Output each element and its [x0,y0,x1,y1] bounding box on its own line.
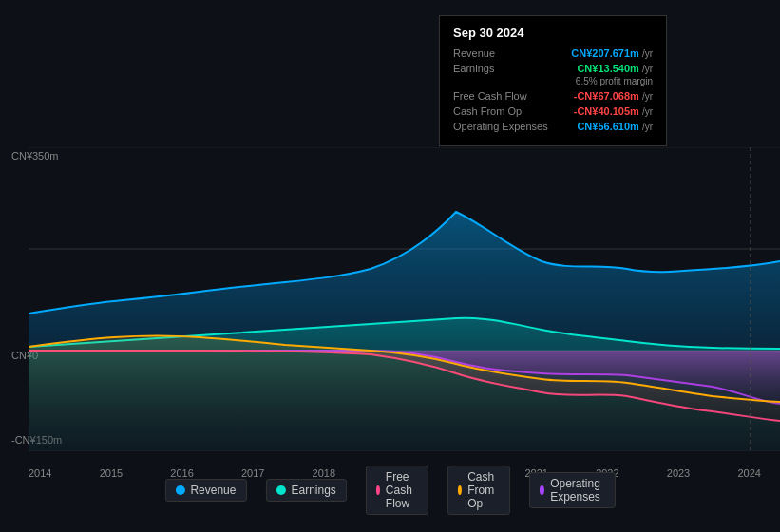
legend-dot [458,485,462,495]
legend-item[interactable]: Earnings [265,479,346,502]
tooltip-row: Operating ExpensesCN¥56.610m /yr [453,121,653,132]
tooltip-rows: RevenueCN¥207.671m /yrEarningsCN¥13.540m… [453,48,653,132]
tooltip-row: Free Cash Flow-CN¥67.068m /yr [453,90,653,102]
legend-item[interactable]: Operating Expenses [529,472,616,508]
x-label: 2024 [737,467,760,479]
legend-dot [540,485,544,495]
x-label: 2015 [100,467,123,479]
x-label: 2023 [667,467,690,479]
legend: RevenueEarningsFree Cash FlowCash From O… [164,466,615,515]
tooltip-row: Cash From Op-CN¥40.105m /yr [453,105,653,117]
legend-label: Revenue [190,484,236,497]
legend-label: Free Cash Flow [386,470,418,510]
legend-item[interactable]: Free Cash Flow [366,466,428,515]
legend-label: Operating Expenses [550,477,604,504]
tooltip-date: Sep 30 2024 [453,26,653,40]
tooltip-box: Sep 30 2024 RevenueCN¥207.671m /yrEarnin… [439,15,667,146]
tooltip-row: EarningsCN¥13.540m /yr [453,63,653,74]
legend-dot [376,485,380,495]
x-label: 2014 [29,467,51,479]
legend-label: Cash From Op [467,470,500,510]
tooltip-row: RevenueCN¥207.671m /yr [453,48,653,59]
legend-dot [175,485,184,495]
chart-container: Sep 30 2024 RevenueCN¥207.671m /yrEarnin… [0,0,780,532]
tooltip-sub: 6.5% profit margin [453,76,653,86]
legend-item[interactable]: Revenue [164,479,246,502]
legend-item[interactable]: Cash From Op [447,466,510,515]
legend-label: Earnings [291,484,335,497]
legend-dot [276,485,285,495]
chart-svg [29,147,780,451]
